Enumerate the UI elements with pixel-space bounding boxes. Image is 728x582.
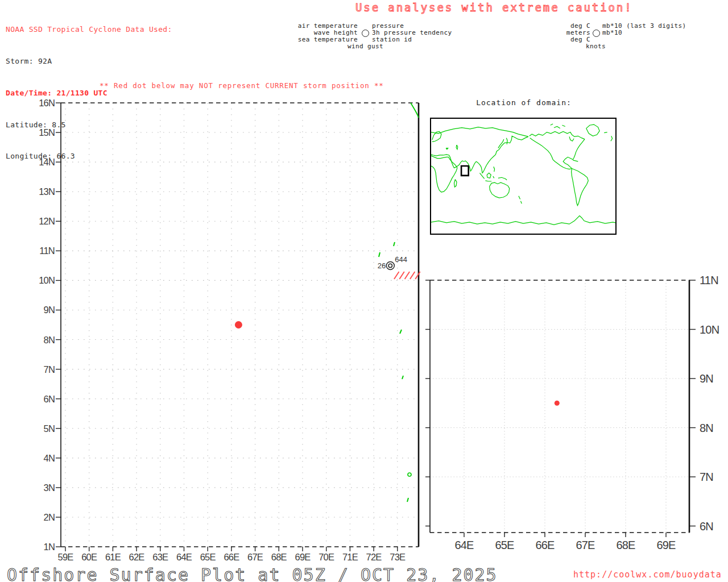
main-y-tick-label: 5N bbox=[30, 423, 55, 434]
zoom-x-tick-label: 64E bbox=[454, 539, 473, 552]
main-x-tick-label: 68E bbox=[271, 552, 287, 563]
coastline-fragments bbox=[379, 103, 419, 502]
main-y-tick-label: 1N bbox=[30, 542, 55, 552]
storm-position-dot bbox=[235, 321, 242, 329]
station-pressure-value: 644 bbox=[395, 255, 407, 264]
main-x-tick-label: 62E bbox=[129, 552, 144, 563]
main-x-tick-label: 73E bbox=[390, 552, 405, 563]
main-x-tick-label: 63E bbox=[152, 552, 168, 563]
zoom-y-tick-label: 7N bbox=[700, 471, 713, 484]
zoom-x-tick-label: 65E bbox=[495, 539, 514, 552]
main-x-tick-label: 65E bbox=[200, 552, 216, 563]
main-y-tick-label: 12N bbox=[30, 216, 55, 227]
zoom-y-tick-label: 11N bbox=[700, 274, 718, 287]
page-title: Offshore Surface Plot at 05Z / OCT 23, 2… bbox=[7, 565, 498, 582]
main-y-tick-label: 2N bbox=[30, 512, 55, 523]
main-x-tick-label: 71E bbox=[342, 552, 358, 563]
inset-map-title: Location of domain: bbox=[431, 98, 617, 107]
domain-location-rect bbox=[461, 166, 469, 176]
red-hatch-marks bbox=[394, 272, 420, 279]
zoom-x-tick-label: 66E bbox=[535, 539, 554, 552]
main-x-tick-label: 72E bbox=[366, 552, 382, 563]
source-url-link[interactable]: http://coolwx.com/buoydata bbox=[573, 569, 722, 580]
main-y-tick-label: 6N bbox=[30, 394, 55, 405]
main-x-tick-label: 60E bbox=[81, 552, 97, 563]
main-x-tick-label: 66E bbox=[224, 552, 239, 563]
main-y-tick-label: 16N bbox=[30, 98, 55, 109]
storm-position-dot-zoom bbox=[555, 401, 560, 406]
main-y-tick-label: 9N bbox=[30, 305, 55, 315]
station-outer-circle-icon bbox=[386, 261, 394, 269]
main-y-tick-label: 8N bbox=[30, 335, 55, 346]
main-x-tick-label: 69E bbox=[295, 552, 311, 563]
zoom-y-tick-label: 10N bbox=[700, 323, 719, 336]
main-x-tick-label: 59E bbox=[58, 552, 73, 563]
zoom-y-tick-label: 8N bbox=[700, 422, 713, 435]
main-x-tick-label: 64E bbox=[176, 552, 192, 563]
main-x-tick-label: 70E bbox=[318, 552, 334, 563]
main-y-tick-label: 3N bbox=[30, 483, 55, 493]
main-y-tick-label: 4N bbox=[30, 453, 55, 464]
plot-graphics: 26644 bbox=[0, 0, 728, 582]
zoom-x-tick-label: 67E bbox=[576, 539, 594, 552]
offshore-surface-plot-page: NOAA SSD Tropical Cyclone Data Used: Sto… bbox=[0, 0, 728, 582]
inset-world-map bbox=[430, 118, 617, 235]
station-air-temperature-value: 26 bbox=[378, 261, 386, 270]
zoom-y-tick-label: 9N bbox=[700, 372, 713, 385]
surface-station-plot: 26644 bbox=[378, 255, 407, 270]
zoom-x-tick-label: 69E bbox=[656, 539, 675, 552]
world-coastlines bbox=[431, 119, 615, 234]
zoom-plot bbox=[425, 280, 696, 537]
main-x-tick-label: 67E bbox=[247, 552, 263, 563]
main-x-tick-label: 61E bbox=[105, 552, 121, 563]
main-y-tick-label: 11N bbox=[30, 246, 55, 256]
main-y-tick-label: 15N bbox=[30, 127, 55, 138]
main-y-tick-label: 7N bbox=[30, 364, 55, 375]
main-y-tick-label: 13N bbox=[30, 186, 55, 197]
main-y-tick-label: 10N bbox=[30, 275, 55, 286]
zoom-y-tick-label: 6N bbox=[700, 520, 713, 533]
main-y-tick-label: 14N bbox=[30, 157, 55, 168]
zoom-x-tick-label: 68E bbox=[616, 539, 635, 552]
station-inner-circle-icon bbox=[388, 264, 392, 267]
